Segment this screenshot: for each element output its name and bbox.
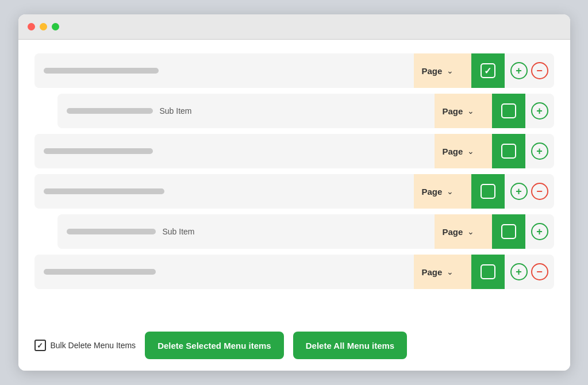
row-actions: +− bbox=[505, 263, 554, 280]
row-actions: +− bbox=[505, 183, 554, 200]
main-content: Page⌄+−Sub ItemPage⌄+Page⌄+Page⌄+−Sub It… bbox=[18, 40, 570, 371]
chevron-down-icon[interactable]: ⌄ bbox=[467, 106, 474, 116]
label-placeholder bbox=[67, 108, 153, 114]
row-checkbox-area bbox=[492, 214, 525, 249]
row-checkbox-area bbox=[471, 255, 505, 289]
row-checkbox[interactable] bbox=[481, 184, 495, 199]
label-placeholder bbox=[67, 229, 156, 234]
page-label: Page bbox=[422, 66, 443, 76]
menu-row-row-2: Sub ItemPage⌄+ bbox=[57, 94, 554, 128]
delete-button[interactable]: − bbox=[531, 183, 548, 200]
delete-selected-button[interactable]: Delete Selected Menu items bbox=[145, 332, 284, 359]
row-actions: + bbox=[525, 143, 554, 160]
page-label: Page bbox=[422, 267, 443, 277]
row-checkbox[interactable] bbox=[501, 103, 516, 118]
sub-item-label: Sub Item bbox=[163, 227, 195, 236]
add-button[interactable]: + bbox=[510, 183, 528, 200]
close-dot[interactable] bbox=[28, 23, 35, 30]
row-label-area bbox=[34, 269, 414, 275]
row-page-area: Page⌄ bbox=[414, 255, 471, 289]
delete-button[interactable]: − bbox=[531, 263, 548, 280]
chevron-down-icon[interactable]: ⌄ bbox=[447, 267, 454, 276]
bulk-delete-checkbox[interactable] bbox=[34, 340, 46, 351]
menu-row-row-5: Sub ItemPage⌄+ bbox=[57, 214, 554, 249]
row-page-area: Page⌄ bbox=[414, 53, 471, 88]
add-button[interactable]: + bbox=[510, 62, 528, 79]
minimize-dot[interactable] bbox=[40, 23, 47, 30]
row-page-area: Page⌄ bbox=[414, 174, 471, 209]
page-label: Page bbox=[422, 187, 443, 197]
menu-row-row-3: Page⌄+ bbox=[34, 134, 554, 168]
page-label: Page bbox=[443, 227, 463, 237]
row-actions: + bbox=[525, 102, 554, 120]
add-button[interactable]: + bbox=[531, 143, 548, 160]
menu-row-row-1: Page⌄+− bbox=[34, 53, 554, 88]
row-checkbox-area bbox=[471, 53, 505, 88]
app-window: Page⌄+−Sub ItemPage⌄+Page⌄+Page⌄+−Sub It… bbox=[18, 14, 570, 371]
page-label: Page bbox=[443, 147, 463, 156]
row-checkbox[interactable] bbox=[501, 144, 516, 159]
row-actions: +− bbox=[505, 62, 554, 79]
label-placeholder bbox=[44, 269, 156, 275]
chevron-down-icon[interactable]: ⌄ bbox=[467, 147, 474, 156]
row-page-area: Page⌄ bbox=[435, 134, 492, 168]
bulk-delete-label: Bulk Delete Menu Items bbox=[51, 341, 136, 350]
row-label-area: Sub Item bbox=[57, 227, 435, 236]
row-label-area bbox=[34, 148, 435, 154]
row-label-area bbox=[34, 188, 414, 194]
row-page-area: Page⌄ bbox=[435, 214, 492, 249]
footer: Bulk Delete Menu Items Delete Selected M… bbox=[34, 327, 554, 359]
row-checkbox[interactable] bbox=[481, 264, 495, 279]
row-label-area: Sub Item bbox=[57, 106, 435, 116]
row-checkbox[interactable] bbox=[501, 224, 516, 239]
page-label: Page bbox=[443, 106, 463, 116]
delete-button[interactable]: − bbox=[531, 62, 548, 79]
add-button[interactable]: + bbox=[531, 102, 548, 120]
row-checkbox-area bbox=[471, 174, 505, 209]
add-button[interactable]: + bbox=[510, 263, 528, 280]
chevron-down-icon[interactable]: ⌄ bbox=[447, 187, 454, 196]
label-placeholder bbox=[44, 148, 153, 154]
row-checkbox-area bbox=[492, 94, 525, 128]
row-actions: + bbox=[525, 223, 554, 240]
chevron-down-icon[interactable]: ⌄ bbox=[467, 227, 474, 236]
titlebar bbox=[18, 14, 570, 40]
bulk-delete-check: Bulk Delete Menu Items bbox=[34, 340, 136, 351]
menu-rows: Page⌄+−Sub ItemPage⌄+Page⌄+Page⌄+−Sub It… bbox=[34, 53, 554, 317]
row-checkbox[interactable] bbox=[481, 63, 495, 78]
menu-row-row-6: Page⌄+− bbox=[34, 255, 554, 289]
row-label-area bbox=[34, 68, 414, 74]
add-button[interactable]: + bbox=[531, 223, 548, 240]
label-placeholder bbox=[44, 68, 159, 74]
row-page-area: Page⌄ bbox=[435, 94, 492, 128]
delete-all-button[interactable]: Delete All Menu items bbox=[293, 332, 407, 359]
menu-row-row-4: Page⌄+− bbox=[34, 174, 554, 209]
row-checkbox-area bbox=[492, 134, 525, 168]
maximize-dot[interactable] bbox=[52, 23, 59, 30]
sub-item-label: Sub Item bbox=[160, 106, 192, 116]
chevron-down-icon[interactable]: ⌄ bbox=[447, 66, 454, 75]
label-placeholder bbox=[44, 188, 164, 194]
